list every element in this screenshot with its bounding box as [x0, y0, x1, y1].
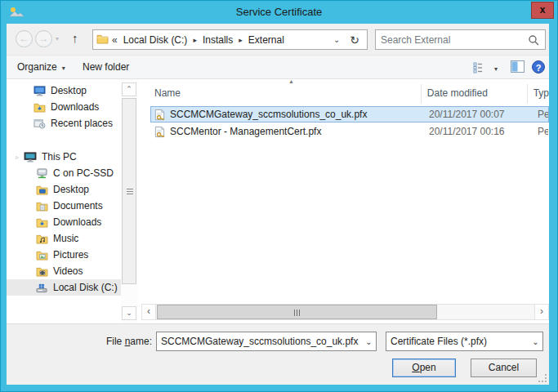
file-type-combobox[interactable]: Certificate Files (*.pfx) ⌄ [386, 332, 543, 351]
sidebar-item-label: Downloads [46, 101, 99, 113]
sidebar-item-c-on-pc-ssd[interactable]: C on PC-SSD [7, 165, 121, 181]
command-toolbar: Organize▾ New folder ▾ [7, 55, 549, 79]
refresh-icon[interactable]: ↻ [346, 33, 364, 47]
view-chevron-icon[interactable]: ▾ [494, 65, 498, 73]
sidebar-item-label: Recent places [46, 118, 113, 129]
sidebar-item-pictures[interactable]: Pictures [7, 247, 121, 263]
file-type-cell: Pers [531, 126, 548, 137]
cancel-button[interactable]: Cancel [471, 359, 537, 377]
close-button[interactable]: x [531, 2, 554, 19]
file-name-cell: SCCMCMGateway_sccmsolutions_co_uk.pfx [151, 109, 424, 121]
file-row-selected[interactable]: SCCMCMGateway_sccmsolutions_co_uk.pfx 20… [150, 106, 549, 122]
navigation-bar: ← → ▾ ↑ « Local Disk (C:) ▸ Installs ▸ E… [7, 24, 549, 55]
title-bar[interactable]: Service Certificate x [1, 1, 557, 24]
certificate-file-icon [154, 126, 166, 138]
file-name-text: SCCMCMGateway_sccmsolutions_co_uk.pfx [166, 109, 367, 120]
sidebar-item-label: Pictures [48, 249, 88, 261]
search-input[interactable] [381, 31, 520, 48]
breadcrumb-item-external[interactable]: External [244, 34, 288, 46]
sidebar-item-label: Documents [48, 200, 103, 212]
sidebar-item-label: Downloads [48, 216, 101, 228]
scrollbar-grip [294, 310, 301, 316]
breadcrumb-separator-icon[interactable]: ▸ [191, 36, 199, 44]
sidebar-item-documents[interactable]: Documents [7, 198, 121, 214]
file-type-cell: Pers [531, 109, 548, 120]
scroll-left-arrow-icon[interactable]: ‹ [142, 305, 156, 319]
sidebar-item-downloads[interactable]: Downloads [7, 99, 121, 115]
column-header-type[interactable]: Typ [527, 84, 549, 104]
combobox-chevron-icon[interactable]: ⌄ [529, 337, 542, 346]
help-button[interactable]: ? [532, 60, 545, 74]
file-list: ▲ Name Date modified Typ SCCMCMGateway_s… [139, 79, 549, 323]
file-name-cell: SCCMentor - ManagementCert.pfx [151, 126, 424, 138]
file-date-cell: 20/11/2017 00:16 [424, 126, 531, 137]
organize-chevron-icon: ▾ [57, 65, 65, 72]
file-name-label: File name: [7, 336, 152, 347]
organize-label: Organize [17, 61, 57, 73]
file-row[interactable]: SCCMentor - ManagementCert.pfx 20/11/201… [150, 123, 549, 140]
preview-pane-button[interactable] [511, 60, 525, 75]
horizontal-scrollbar-thumb[interactable] [157, 305, 437, 319]
sidebar-item-label: Desktop [48, 184, 89, 195]
breadcrumb-separator-icon[interactable]: ▸ [237, 36, 244, 44]
sidebar-item-this-pc[interactable]: ▹ This PC [7, 149, 121, 165]
sidebar-item-label: Music [48, 233, 78, 244]
scrollbar-grip [127, 188, 133, 194]
column-header-date-modified[interactable]: Date modified [421, 84, 527, 104]
sidebar-item-desktop[interactable]: Desktop [7, 82, 121, 99]
dialog-window: Service Certificate x ← → ▾ ↑ « Local Di… [0, 0, 558, 392]
sidebar-item-downloads-folder[interactable]: Downloads [7, 214, 121, 230]
file-name-text: SCCMentor - ManagementCert.pfx [166, 126, 321, 137]
sidebar-item-label: Videos [48, 265, 83, 277]
recent-locations-chevron-icon[interactable]: ▾ [56, 35, 59, 42]
scroll-up-arrow-icon[interactable]: ⌃ [122, 82, 136, 96]
expander-icon[interactable]: ▹ [16, 154, 24, 161]
back-button[interactable]: ← [16, 30, 33, 47]
sidebar-item-music[interactable]: Music [7, 230, 121, 247]
file-type-value[interactable]: Certificate Files (*.pfx) [386, 336, 529, 347]
forward-button[interactable]: → [35, 30, 52, 47]
sidebar-item-desktop-folder[interactable]: Desktop [7, 181, 121, 198]
certificate-file-icon [154, 109, 166, 121]
breadcrumb-collapse[interactable]: « [109, 34, 119, 46]
file-name-combobox[interactable]: SCCMCMGateway_sccmsolutions_co_uk.pfx ⌄ [156, 332, 377, 351]
address-dropdown-chevron-icon[interactable]: ⌄ [328, 35, 346, 44]
sidebar-item-local-disk-c[interactable]: Local Disk (C:) [7, 279, 121, 296]
scroll-down-arrow-icon[interactable]: ⌄ [122, 306, 136, 320]
dialog-footer: File name: SCCMCMGateway_sccmsolutions_c… [7, 323, 549, 385]
sidebar-item-label: This PC [37, 151, 77, 163]
window-title: Service Certificate [1, 6, 557, 18]
file-name-value[interactable]: SCCMCMGateway_sccmsolutions_co_uk.pfx [157, 336, 362, 347]
sidebar-item-label: Desktop [46, 85, 87, 96]
sidebar-item-recent-places[interactable]: Recent places [7, 115, 121, 131]
content-area: Desktop Downloads Recent places ▹ This P… [7, 79, 549, 323]
sidebar-item-label: C on PC-SSD [48, 167, 114, 179]
search-box[interactable] [375, 29, 546, 50]
combobox-chevron-icon[interactable]: ⌄ [362, 337, 376, 346]
file-date-cell: 20/11/2017 00:07 [424, 109, 531, 120]
breadcrumb-item-local-disk[interactable]: Local Disk (C:) [119, 34, 192, 46]
sidebar-item-label: Local Disk (C:) [48, 282, 118, 293]
horizontal-scrollbar[interactable]: ‹ › [141, 304, 549, 320]
organize-button[interactable]: Organize▾ [17, 61, 65, 73]
sidebar-item-videos[interactable]: Videos [7, 263, 121, 279]
address-folder-icon [96, 33, 109, 47]
navigation-sidebar: Desktop Downloads Recent places ▹ This P… [7, 79, 121, 323]
scroll-right-arrow-icon[interactable]: › [534, 305, 548, 319]
column-header-name[interactable]: Name [139, 84, 421, 104]
new-folder-button[interactable]: New folder [83, 61, 129, 73]
dialog-client-area: ← → ▾ ↑ « Local Disk (C:) ▸ Installs ▸ E… [7, 24, 549, 385]
file-rows: SCCMCMGateway_sccmsolutions_co_uk.pfx 20… [139, 106, 549, 140]
breadcrumb-item-installs[interactable]: Installs [199, 34, 237, 46]
resize-grip[interactable] [538, 374, 547, 382]
open-button[interactable]: Open [392, 359, 456, 377]
change-view-button[interactable] [473, 61, 487, 76]
column-headers: Name Date modified Typ [139, 84, 549, 104]
up-button[interactable]: ↑ [72, 31, 78, 45]
search-icon[interactable] [528, 34, 539, 48]
sidebar-scrollbar-thumb[interactable] [122, 98, 136, 284]
address-bar[interactable]: « Local Disk (C:) ▸ Installs ▸ External … [92, 29, 368, 50]
sidebar-scrollbar[interactable]: ⌃ ⌄ [121, 79, 138, 323]
